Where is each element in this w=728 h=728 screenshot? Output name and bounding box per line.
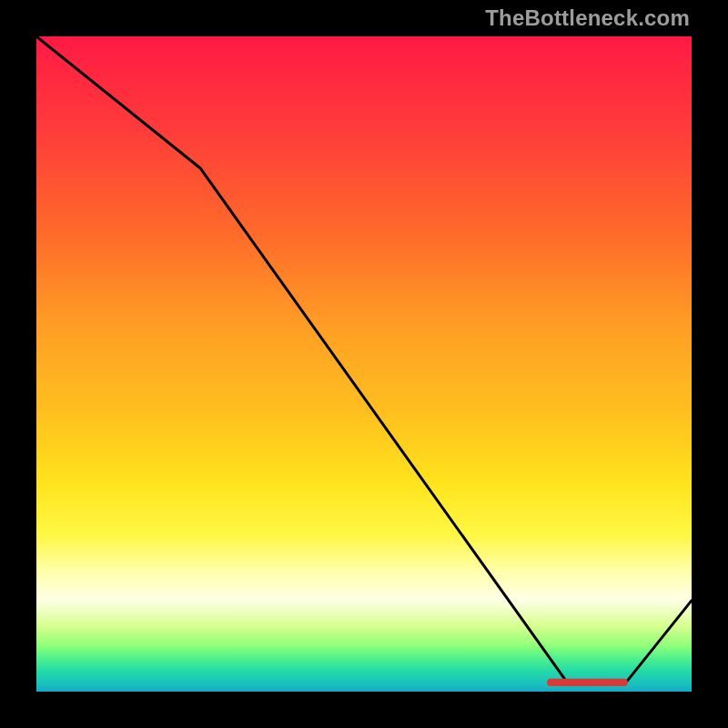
plot-area [36, 36, 692, 692]
main-line [36, 36, 692, 682]
attribution-text: TheBottleneck.com [485, 5, 690, 31]
chart-frame: TheBottleneck.com [0, 0, 728, 728]
chart-line-layer [36, 36, 692, 692]
